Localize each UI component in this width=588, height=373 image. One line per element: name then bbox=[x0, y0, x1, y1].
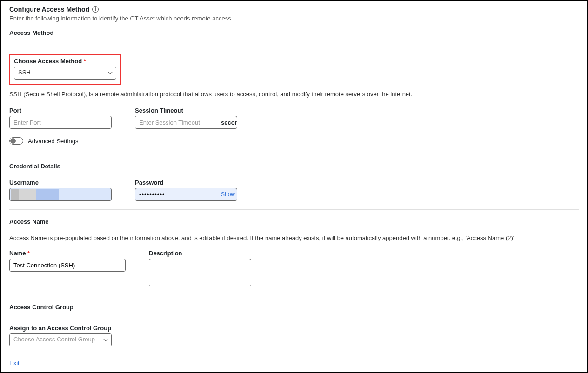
description-label: Description bbox=[149, 250, 251, 257]
access-name-row: Name * Description bbox=[9, 250, 579, 286]
divider bbox=[9, 209, 579, 210]
credentials-row: Username Password Show bbox=[9, 179, 579, 201]
assign-acg-label: Assign to an Access Control Group bbox=[9, 325, 579, 332]
toggle-knob bbox=[10, 138, 16, 144]
username-input[interactable] bbox=[9, 188, 112, 201]
divider bbox=[9, 154, 579, 154]
password-label: Password bbox=[135, 179, 237, 186]
name-input[interactable] bbox=[9, 259, 126, 272]
port-input[interactable] bbox=[9, 116, 112, 129]
divider bbox=[9, 295, 579, 295]
username-redacted bbox=[11, 189, 59, 200]
show-password-button[interactable]: Show bbox=[221, 191, 237, 198]
page-header-row: Configure Access Method i bbox=[9, 6, 579, 13]
access-name-heading: Access Name bbox=[9, 218, 579, 225]
credential-details-heading: Credential Details bbox=[9, 163, 579, 170]
advanced-settings-toggle[interactable] bbox=[9, 137, 23, 145]
session-timeout-input[interactable] bbox=[135, 116, 221, 128]
username-label: Username bbox=[9, 179, 112, 186]
port-label: Port bbox=[9, 107, 112, 114]
choose-access-method-select[interactable]: SSH bbox=[14, 67, 116, 80]
info-icon[interactable]: i bbox=[92, 6, 99, 13]
advanced-settings-label: Advanced Settings bbox=[28, 138, 78, 145]
session-timeout-wrap: seconds bbox=[135, 116, 237, 129]
access-method-heading: Access Method bbox=[9, 29, 579, 36]
password-wrap: Show bbox=[135, 188, 237, 201]
page-subtitle: Enter the following information to ident… bbox=[9, 15, 579, 22]
acg-placeholder: Choose Access Control Group bbox=[9, 333, 112, 346]
session-timeout-label: Session Timeout bbox=[135, 107, 237, 114]
session-timeout-unit: seconds bbox=[221, 119, 237, 126]
advanced-settings-row: Advanced Settings bbox=[9, 137, 579, 145]
name-label: Name * bbox=[9, 250, 126, 257]
description-textarea[interactable] bbox=[149, 259, 251, 286]
page-title: Configure Access Method bbox=[9, 6, 89, 13]
access-method-description: SSH (Secure Shell Protocol), is a remote… bbox=[9, 91, 579, 98]
password-input[interactable] bbox=[135, 189, 221, 200]
choose-access-method-value: SSH bbox=[14, 67, 116, 80]
exit-link[interactable]: Exit bbox=[9, 360, 20, 366]
access-control-group-heading: Access Control Group bbox=[9, 304, 579, 311]
acg-select[interactable]: Choose Access Control Group bbox=[9, 333, 112, 346]
choose-access-method-label: Choose Access Method * bbox=[14, 58, 116, 65]
port-timeout-row: Port Session Timeout seconds bbox=[9, 107, 579, 129]
access-name-description: Access Name is pre-populated based on th… bbox=[9, 234, 579, 241]
choose-access-method-highlight: Choose Access Method * SSH bbox=[9, 54, 121, 85]
